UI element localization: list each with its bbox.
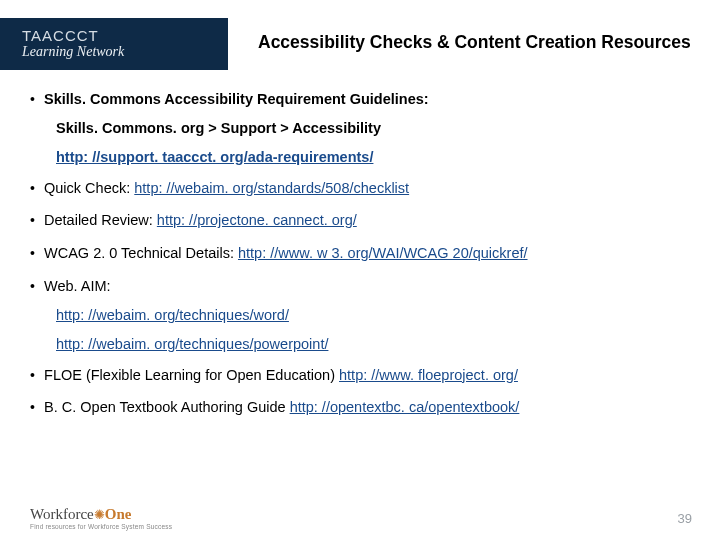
bullet-label: Quick Check: (44, 180, 134, 196)
bullet-dot-icon: • (30, 398, 40, 416)
webaim-checklist-link[interactable]: http: //webaim. org/standards/508/checkl… (134, 180, 409, 196)
bullet-label: Skills. Commons Accessibility Requiremen… (44, 90, 698, 109)
bullet-webaim: • Web. AIM: http: //webaim. org/techniqu… (26, 277, 700, 354)
link-row: http: //webaim. org/techniques/word/ (56, 306, 700, 325)
footer-brand-a: Workforce (30, 506, 94, 522)
bullet-body: WCAG 2. 0 Technical Details: http: //www… (44, 244, 698, 263)
logo-line2: Learning Network (22, 45, 124, 60)
bullet-skillscommons: • Skills. Commons Accessibility Requirem… (26, 90, 700, 167)
bullet-body: FLOE (Flexible Learning for Open Educati… (44, 366, 698, 385)
bullet-label: WCAG 2. 0 Technical Details: (44, 245, 238, 261)
bullet-detailed-review: • Detailed Review: http: //projectone. c… (26, 211, 700, 230)
projectone-link[interactable]: http: //projectone. cannect. org/ (157, 212, 357, 228)
bullet-dot-icon: • (30, 179, 40, 197)
bullet-dot-icon: • (30, 90, 40, 108)
footer-brand-b: One (105, 506, 132, 522)
bullet-body: Quick Check: http: //webaim. org/standar… (44, 179, 698, 198)
bullet-label: Web. AIM: (44, 277, 698, 296)
bullet-body: Detailed Review: http: //projectone. can… (44, 211, 698, 230)
bullet-body: B. C. Open Textbook Authoring Guide http… (44, 398, 698, 417)
bullet-dot-icon: • (30, 244, 40, 262)
gear-icon: ✺ (94, 507, 105, 522)
bullet-dot-icon: • (30, 366, 40, 384)
bullet-wcag: • WCAG 2. 0 Technical Details: http: //w… (26, 244, 700, 263)
bullet-dot-icon: • (30, 277, 40, 295)
breadcrumb-text: Skills. Commons. org > Support > Accessi… (56, 119, 700, 138)
webaim-word-link[interactable]: http: //webaim. org/techniques/word/ (56, 307, 289, 323)
bullet-label: Detailed Review: (44, 212, 157, 228)
bullet-label: B. C. Open Textbook Authoring Guide (44, 399, 290, 415)
footer-tagline: Find resources for Workforce System Succ… (30, 523, 172, 530)
slide-title: Accessibility Checks & Content Creation … (258, 32, 691, 53)
link-row: http: //webaim. org/techniques/powerpoin… (56, 335, 700, 354)
webaim-ppt-link[interactable]: http: //webaim. org/techniques/powerpoin… (56, 336, 328, 352)
footer-brand: Workforce✺One (30, 506, 172, 523)
opentextbc-link[interactable]: http: //opentextbc. ca/opentextbook/ (290, 399, 520, 415)
ada-requirements-link[interactable]: http: //support. taaccct. org/ada-requir… (56, 149, 373, 165)
wcag-quickref-link[interactable]: http: //www. w 3. org/WAI/WCAG 20/quickr… (238, 245, 528, 261)
brand-logo: TAACCCT Learning Network (22, 28, 124, 59)
page-number: 39 (678, 511, 692, 526)
bullet-label: FLOE (Flexible Learning for Open Educati… (44, 367, 339, 383)
bullet-bc-open: • B. C. Open Textbook Authoring Guide ht… (26, 398, 700, 417)
bullet-floe: • FLOE (Flexible Learning for Open Educa… (26, 366, 700, 385)
bullet-dot-icon: • (30, 211, 40, 229)
header-bar: TAACCCT Learning Network (0, 18, 228, 70)
link-row: http: //support. taaccct. org/ada-requir… (56, 148, 700, 167)
logo-line1: TAACCCT (22, 28, 124, 44)
footer-logo: Workforce✺One Find resources for Workfor… (30, 506, 172, 530)
floe-link[interactable]: http: //www. floeproject. org/ (339, 367, 518, 383)
content-area: • Skills. Commons Accessibility Requirem… (26, 90, 700, 431)
bullet-quickcheck: • Quick Check: http: //webaim. org/stand… (26, 179, 700, 198)
